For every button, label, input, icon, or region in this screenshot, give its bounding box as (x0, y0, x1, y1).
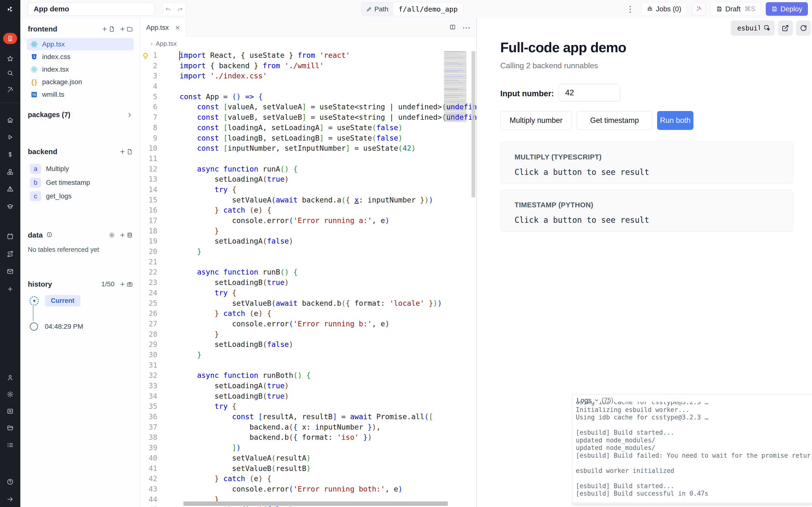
split-editor-icon[interactable] (449, 24, 456, 32)
play-icon[interactable] (6, 133, 14, 141)
history-version-row[interactable]: 04:48:29 PM (30, 323, 83, 331)
logs-scrollbar[interactable] (573, 502, 812, 505)
chevron-right-icon[interactable] (126, 112, 133, 118)
workspace-icon[interactable] (3, 33, 17, 44)
code-lines: 1import React, { useState } from 'react'… (140, 50, 476, 507)
rail-divider (0, 103, 20, 103)
backend-item-get-timestamp[interactable]: b Get timestamp (26, 177, 133, 189)
editor-more-icon[interactable]: ⋯ (462, 23, 471, 33)
multiply-number-button[interactable]: Multiply number (500, 111, 572, 130)
lightbulb-icon[interactable] (141, 52, 150, 60)
code-line: 10 const [inputNumber, setInputNumber] =… (140, 143, 476, 154)
windmill-logo-icon[interactable] (6, 5, 14, 13)
data-settings-button[interactable] (109, 232, 115, 238)
home-icon[interactable] (6, 116, 14, 124)
deploy-label: Deploy (780, 5, 802, 13)
ai-wand-button[interactable] (692, 2, 706, 16)
dollar-icon[interactable] (6, 151, 14, 159)
code-area[interactable]: 1import React, { useState } from 'react'… (140, 50, 476, 507)
deploy-button[interactable]: Deploy (766, 2, 808, 16)
refresh-button[interactable] (796, 20, 811, 36)
add-folder-button[interactable] (119, 26, 133, 32)
add-table-button[interactable] (119, 232, 133, 238)
redo-button[interactable] (174, 2, 186, 16)
mail-icon[interactable] (6, 267, 14, 276)
plus-icon[interactable] (6, 285, 14, 293)
history-current-row[interactable]: Current (30, 295, 80, 306)
pencil-icon (366, 6, 372, 12)
packages-section-header[interactable]: packages (7) (28, 111, 133, 119)
undo-button[interactable] (162, 2, 174, 16)
add-file-button[interactable] (101, 26, 115, 32)
jobs-button[interactable]: Jobs (0) (641, 2, 687, 16)
code-line: 23 setLoadingB(true) (140, 277, 476, 288)
backend-title: backend (28, 148, 57, 156)
info-icon[interactable] (46, 231, 53, 239)
code-line: 16 } catch (e) { (140, 205, 476, 216)
app-name-input[interactable]: App demo (28, 2, 155, 16)
magic-wand-icon[interactable] (6, 86, 14, 94)
snapshot-button[interactable] (119, 281, 133, 287)
result-card-body: Click a button to see result (515, 167, 779, 177)
file-icon (126, 149, 133, 155)
code-line: 6 const [valueA, setValueA] = useState<s… (140, 102, 476, 112)
vertical-scrollbar[interactable] (472, 51, 475, 198)
external-link-icon (782, 24, 789, 32)
code-line: 5const App = () => { (140, 92, 476, 102)
preview-subtitle: Calling 2 backend runnables (500, 61, 598, 70)
pyramid-icon[interactable] (6, 185, 14, 193)
breadcrumb[interactable]: › App.tsx (140, 37, 476, 50)
backend-item-multiply[interactable]: a Multiply (26, 163, 133, 175)
input-number-field[interactable]: 42 (558, 84, 620, 101)
horizontal-scrollbar[interactable] (183, 501, 448, 506)
select-component-button[interactable] (760, 20, 775, 36)
get-timestamp-button[interactable]: Get timestamp (577, 111, 652, 130)
code-line: 35 try { (140, 401, 476, 412)
file-row-index-tsx[interactable]: index.tsx (26, 63, 133, 75)
refresh-icon (800, 24, 807, 32)
graduation-cap-icon[interactable] (6, 203, 14, 211)
folder-icon[interactable] (6, 424, 14, 432)
run-both-button[interactable]: Run both (657, 111, 693, 130)
logs-body[interactable]: Using idb cache for csstype@3.2.3 …Initi… (576, 402, 811, 501)
backend-section-header: backend (28, 148, 133, 156)
cubes-icon[interactable] (6, 168, 14, 176)
packages-label: packages (7) (28, 111, 70, 119)
help-icon[interactable] (6, 478, 14, 486)
code-line: 33 setLoadingA(true) (140, 381, 476, 391)
code-line: 20 } (140, 246, 476, 257)
path-pill[interactable]: Path f/all/demo_app (361, 2, 463, 16)
close-icon[interactable]: × (175, 24, 180, 32)
file-row-index-css[interactable]: 3 index.css (26, 51, 133, 63)
minimap[interactable] (444, 51, 468, 122)
select-cursor-icon (764, 24, 771, 32)
jobs-label: Jobs (0) (656, 5, 681, 13)
star-icon[interactable] (6, 55, 14, 63)
gear-icon[interactable] (6, 390, 14, 398)
logs-header[interactable]: Logs (75) (577, 396, 613, 404)
braces-icon: { } (30, 78, 38, 86)
search-icon[interactable] (6, 69, 14, 77)
list-icon[interactable] (6, 441, 14, 449)
arrow-right-icon[interactable] (6, 495, 14, 503)
backend-item-get-logs[interactable]: c get_logs (26, 190, 133, 202)
folder-icon (126, 26, 133, 32)
file-row-wmill-ts[interactable]: TS wmill.ts (26, 89, 133, 101)
add-runnable-button[interactable] (119, 149, 133, 155)
file-row-app-tsx[interactable]: App.tsx (26, 38, 133, 50)
route-icon[interactable] (6, 250, 14, 258)
runnable-badge: a (30, 164, 41, 174)
draft-button[interactable]: Draft ⌘S (711, 2, 761, 16)
kebab-menu-icon[interactable]: ⋮ (624, 2, 636, 16)
draft-label: Draft (725, 5, 741, 13)
open-external-button[interactable] (778, 20, 793, 36)
tab-app-tsx[interactable]: App.tsx × (140, 18, 186, 37)
code-line: 24 try { (140, 288, 476, 298)
user-icon[interactable] (6, 374, 14, 382)
file-row-package-json[interactable]: { } package.json (26, 76, 133, 88)
code-line: 25 setValueB(await backend.b({ format: '… (140, 298, 476, 308)
current-version-badge[interactable]: Current (45, 295, 80, 306)
worker-box-icon[interactable] (6, 407, 14, 415)
current-version-node-icon (30, 296, 39, 305)
calendar-icon[interactable] (6, 232, 14, 240)
